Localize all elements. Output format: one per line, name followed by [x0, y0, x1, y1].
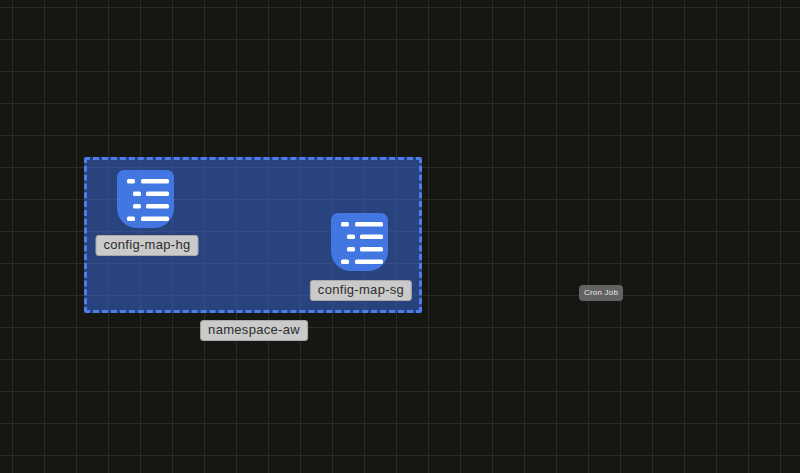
namespace-group-label[interactable]: namespace-aw [200, 320, 308, 341]
node-config-map-hg[interactable] [117, 170, 174, 228]
node-label-config-map-sg[interactable]: config-map-sg [310, 280, 412, 301]
cron-job-drag-chip[interactable]: Cron Job [579, 285, 623, 301]
node-label-config-map-hg[interactable]: config-map-hg [96, 235, 199, 256]
config-map-icon [117, 170, 174, 228]
node-config-map-sg[interactable] [331, 213, 388, 271]
config-map-icon [331, 213, 388, 271]
diagram-canvas[interactable]: config-map-hg config-map-sg namespace-aw… [0, 0, 800, 473]
